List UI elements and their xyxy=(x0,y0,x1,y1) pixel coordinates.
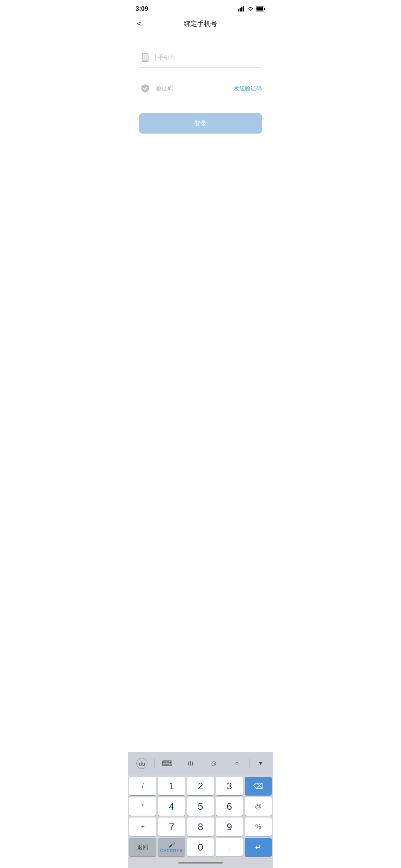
svg-rect-3 xyxy=(243,6,244,12)
svg-rect-0 xyxy=(238,9,239,12)
phone-input-row xyxy=(139,48,262,68)
wifi-icon xyxy=(247,6,254,12)
keyboard-spacer xyxy=(128,141,273,260)
svg-rect-6 xyxy=(257,7,263,11)
svg-rect-5 xyxy=(264,8,265,10)
nav-bar: < 绑定手机号 xyxy=(128,16,273,33)
code-input-row: 发送验证码 xyxy=(139,79,262,98)
status-icons xyxy=(238,6,265,12)
back-button[interactable]: < xyxy=(136,17,143,30)
battery-icon xyxy=(256,6,265,12)
svg-rect-9 xyxy=(143,61,148,62)
login-button[interactable]: 登录 xyxy=(139,113,262,134)
svg-rect-1 xyxy=(240,8,241,12)
code-input[interactable] xyxy=(156,85,234,92)
shield-icon xyxy=(139,82,151,94)
phone-icon xyxy=(139,52,151,63)
form-area: 发送验证码 登录 xyxy=(128,33,273,141)
signal-icon xyxy=(238,6,245,12)
status-time: 3:09 xyxy=(136,5,148,13)
status-bar: 3:09 xyxy=(128,0,273,16)
send-code-button[interactable]: 发送验证码 xyxy=(234,85,262,92)
page-title: 绑定手机号 xyxy=(184,19,217,28)
svg-rect-2 xyxy=(241,7,242,12)
svg-rect-8 xyxy=(143,54,148,60)
phone-input[interactable] xyxy=(156,54,262,61)
